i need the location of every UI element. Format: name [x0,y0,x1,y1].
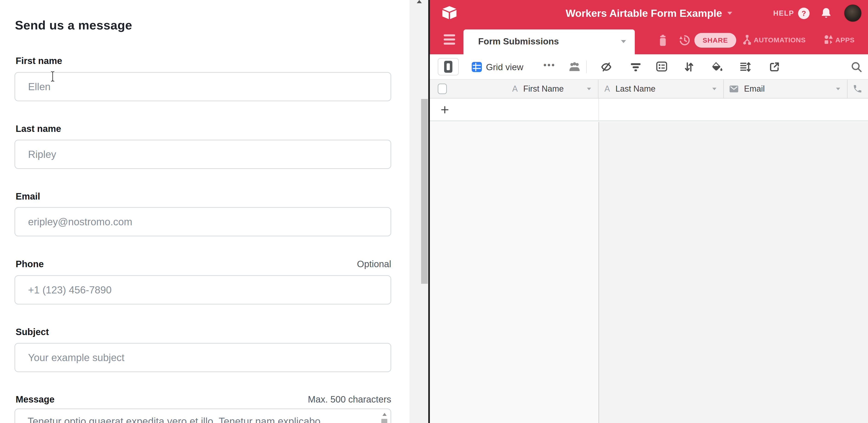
avatar[interactable] [844,4,862,22]
message-text: Tenetur optio quaerat expedita vero et i… [28,416,320,423]
phone-placeholder: +1 (123) 456-7890 [28,284,112,296]
filter-icon[interactable] [630,63,641,73]
tab-form-submissions[interactable]: Form Submissions [463,29,635,54]
airtable-logo-icon[interactable] [442,6,457,21]
grid-frozen-pane [430,122,598,423]
help-button[interactable]: HELP [773,9,794,18]
message-form-window: Send us a message First name Ellen Last … [0,0,410,423]
table-chevron-down-icon[interactable] [621,40,626,43]
single-line-text-icon: A [604,84,610,94]
last-name-input[interactable]: Ripley [14,140,391,169]
automations-icon[interactable] [742,34,752,47]
phone-label: Phone [16,259,44,269]
email-field-icon [729,85,739,92]
airtable-tabbar: Form Submissions SHARE [430,27,868,54]
subject-placeholder: Your example subject [28,352,124,363]
textarea-scrollbar[interactable] [380,411,388,423]
form-title: Send us a message [15,18,132,32]
view-toolbar: Grid view ••• [430,54,868,80]
automations-button[interactable]: AUTOMATIONS [754,36,806,44]
airtable-topbar: Workers Airtable Form Example HELP ? [430,0,868,27]
search-icon[interactable] [851,61,862,73]
add-record-row[interactable] [430,98,868,121]
subject-label: Subject [16,327,49,337]
screen: Send us a message First name Ellen Last … [0,0,868,423]
phone-optional-helper: Optional [357,259,391,269]
view-name[interactable]: Grid view [486,62,524,72]
first-name-input[interactable]: Ellen [14,72,391,101]
column-chevron-down-icon[interactable] [712,88,716,90]
share-view-icon[interactable] [769,61,780,73]
column-header-phone[interactable]: Phone [847,80,868,98]
add-record-plus-icon[interactable] [440,105,449,115]
group-icon[interactable] [656,61,667,72]
notifications-bell-icon[interactable] [821,8,831,20]
column-label: Email [744,84,765,94]
trash-icon[interactable] [658,34,668,47]
airtable-window: Workers Airtable Form Example HELP ? For… [430,0,868,423]
base-title: Workers Airtable Form Example [565,7,722,19]
scrollbar-up-icon[interactable] [417,0,422,3]
single-line-text-icon: A [512,84,518,94]
column-chevron-down-icon[interactable] [587,88,591,90]
share-button[interactable]: SHARE [694,33,736,48]
hide-fields-icon[interactable] [600,61,612,73]
email-field[interactable]: eripley@nostromo.com [14,207,391,236]
column-label: First Name [523,84,564,94]
text-cursor-icon [50,71,55,83]
hamburger-menu-icon[interactable] [444,34,455,47]
row-height-icon[interactable] [740,61,751,73]
grid-view-icon [471,61,482,73]
scroll-up-icon[interactable] [382,413,386,416]
collaborators-icon[interactable] [569,61,580,73]
first-name-label: First name [16,56,62,66]
message-maxchars-helper: Max. 500 characters [308,394,391,404]
first-name-placeholder: Ellen [28,81,51,92]
column-header-last-name[interactable]: A Last Name [598,80,724,98]
view-sidebar-toggle-button[interactable] [438,58,459,75]
message-label: Message [16,394,55,404]
frozen-column-divider[interactable] [598,122,599,423]
grid-body [430,122,868,423]
apps-icon[interactable] [824,34,834,46]
window-divider [428,0,430,423]
column-header-first-name[interactable]: A First Name [430,80,598,98]
email-placeholder: eripley@nostromo.com [28,216,132,228]
grid-header-row: A First Name A Last Name Email [430,80,868,98]
last-name-label: Last name [16,124,61,134]
email-label: Email [16,191,40,202]
scrollbar-thumb[interactable] [421,99,428,284]
history-icon[interactable] [679,34,690,47]
toolbar-divider [586,61,587,73]
chevron-down-icon [727,12,732,15]
subject-input[interactable]: Your example subject [14,343,391,372]
phone-field[interactable]: +1 (123) 456-7890 [14,275,391,304]
table-tab-label: Form Submissions [478,36,559,47]
message-textarea[interactable]: Tenetur optio quaerat expedita vero et i… [14,409,391,423]
column-divider [598,98,599,121]
base-title-menu[interactable]: Workers Airtable Form Example [565,7,732,19]
color-paint-icon[interactable] [711,61,723,73]
sidebar-toggle-icon [444,61,453,73]
column-label: Last Name [616,84,655,94]
question-circle-icon[interactable]: ? [798,8,810,19]
phone-field-icon [852,84,862,94]
form-window-scrollbar[interactable] [410,0,428,423]
textarea-scrollbar-thumb[interactable] [381,419,387,423]
last-name-placeholder: Ripley [28,149,56,160]
view-options-ellipsis[interactable]: ••• [544,60,556,70]
sort-icon[interactable] [684,61,694,73]
apps-button[interactable]: APPS [835,36,855,44]
column-header-email[interactable]: Email [724,80,847,98]
column-chevron-down-icon[interactable] [836,88,840,90]
